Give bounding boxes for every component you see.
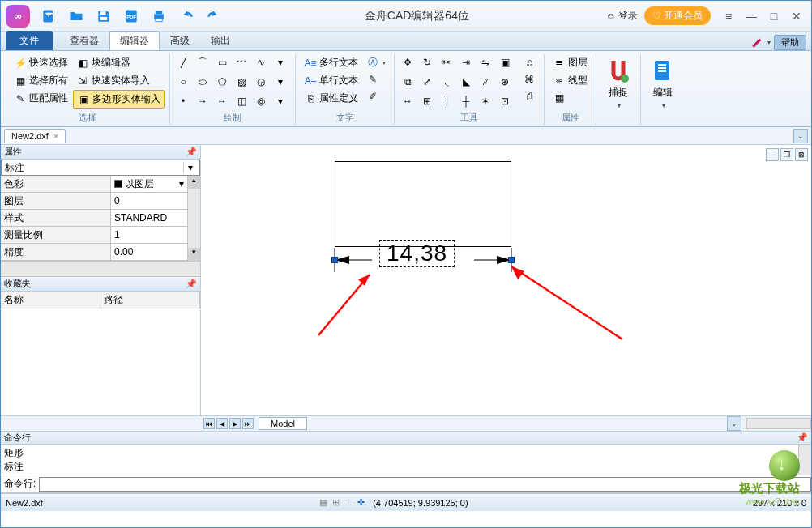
move-icon[interactable]: ✥ <box>400 54 416 70</box>
mirror-icon[interactable]: ⇋ <box>477 54 494 70</box>
model-dropdown-button[interactable]: ⌄ <box>727 416 741 431</box>
edit-button[interactable]: 编辑▾ <box>646 54 680 111</box>
tool-extra1-button[interactable]: ⎌ <box>519 54 539 70</box>
open-file-button[interactable] <box>65 5 88 28</box>
offset-icon[interactable]: ⫽ <box>477 74 494 90</box>
pdf-button[interactable]: PDF <box>120 5 143 28</box>
text-extra3-button[interactable]: ✐ <box>363 88 389 104</box>
pin-icon[interactable]: 📌 <box>186 279 197 289</box>
break-icon[interactable]: ┊ <box>438 93 455 109</box>
point-icon[interactable]: • <box>175 93 191 109</box>
array-icon[interactable]: ⊞ <box>419 93 435 109</box>
trim-icon[interactable]: ✂ <box>438 54 455 70</box>
insert-icon[interactable]: ⊕ <box>497 74 513 90</box>
model-prev-icon[interactable]: ◀ <box>216 418 228 429</box>
command-input[interactable] <box>39 477 811 492</box>
pin-icon[interactable]: 📌 <box>797 432 808 443</box>
save-button[interactable] <box>92 5 115 28</box>
quick-import-button[interactable]: ⇲快速实体导入 <box>73 72 165 89</box>
drawing-canvas[interactable]: — ❐ ⊠ 14,38 <box>201 145 811 415</box>
explode-icon[interactable]: ✶ <box>477 93 494 109</box>
tab-output[interactable]: 输出 <box>200 31 241 50</box>
polygon-icon[interactable]: ⬠ <box>214 74 230 90</box>
copy-icon[interactable]: ⧉ <box>400 74 416 90</box>
line-icon[interactable]: ╱ <box>175 54 191 70</box>
undo-button[interactable] <box>175 5 198 28</box>
document-tab[interactable]: New2.dxf × <box>4 129 66 143</box>
props-def-button[interactable]: ⎘属性定义 <box>301 90 361 107</box>
dropdown-draw2-icon[interactable]: ▾ <box>272 74 288 90</box>
match-props-button[interactable]: ✎匹配属性 <box>11 90 71 107</box>
ellipse-icon[interactable]: ⬭ <box>194 74 211 90</box>
prop-row-style[interactable]: 样式STANDARD <box>1 210 187 227</box>
tab-file[interactable]: 文件 <box>6 31 53 50</box>
grip-handle-left[interactable] <box>331 257 338 263</box>
ray-icon[interactable]: → <box>194 93 211 109</box>
prop-row-precision[interactable]: 精度0.00 <box>1 244 187 261</box>
vip-button[interactable]: ♡开通会员 <box>644 6 711 25</box>
join-icon[interactable]: ┼ <box>458 93 474 109</box>
dimension-text[interactable]: 14,38 <box>379 240 455 267</box>
prop-row-scale[interactable]: 测量比例1 <box>1 227 187 244</box>
object-type-select[interactable]: 标注 ▾ <box>1 160 200 176</box>
canvas-restore-icon[interactable]: ❐ <box>780 148 793 161</box>
hatch-icon[interactable]: ▨ <box>233 74 250 90</box>
properties-scrollbar[interactable]: ▴ ▾ <box>187 176 200 261</box>
prop-row-layer[interactable]: 图层0 <box>1 193 187 210</box>
maximize-button[interactable]: □ <box>763 5 785 28</box>
model-first-icon[interactable]: ⏮ <box>203 418 215 429</box>
multiline-text-button[interactable]: A≡多行文本 <box>301 54 361 71</box>
command-log-scrollbar[interactable] <box>798 445 811 475</box>
close-button[interactable]: ✕ <box>785 5 808 28</box>
dropdown-draw3-icon[interactable]: ▾ <box>272 93 288 109</box>
layer-button[interactable]: ≣图层 <box>549 54 591 71</box>
tool-extra3-button[interactable]: ⎙ <box>519 88 539 104</box>
rectangle-shape[interactable] <box>335 161 511 247</box>
close-tab-icon[interactable]: × <box>53 131 58 141</box>
minimize-button[interactable]: — <box>740 5 763 28</box>
tab-editor[interactable]: 编辑器 <box>109 31 160 50</box>
block-icon[interactable]: ▣ <box>497 54 513 70</box>
fav-col-name[interactable]: 名称 <box>1 292 100 309</box>
tool-extra2-button[interactable]: ⌘ <box>519 71 539 87</box>
pen-color-button[interactable]: ▾ <box>749 34 771 50</box>
quick-select-button[interactable]: ⚡快速选择 <box>11 54 71 71</box>
scroll-up-icon[interactable]: ▴ <box>188 176 200 189</box>
fillet-icon[interactable]: ◟ <box>438 74 455 90</box>
prop-row-color[interactable]: 色彩以图层▾ <box>1 176 187 193</box>
scroll-down-icon[interactable]: ▾ <box>188 248 200 261</box>
text-extra1-button[interactable]: Ⓐ▾ <box>363 54 389 70</box>
pin-icon[interactable]: 📌 <box>186 147 197 157</box>
canvas-close-icon[interactable]: ⊠ <box>795 148 808 161</box>
circle-icon[interactable]: ○ <box>175 74 191 90</box>
text-extra2-button[interactable]: ✎ <box>363 71 389 87</box>
dropdown-icon[interactable]: ▾ <box>183 162 196 173</box>
block-editor-button[interactable]: ◧块编辑器 <box>73 54 165 71</box>
doctabs-dropdown-button[interactable]: ⌄ <box>793 129 808 143</box>
rect-icon[interactable]: ▭ <box>214 54 230 70</box>
scale-icon[interactable]: ⤢ <box>419 74 435 90</box>
model-tab[interactable]: Model <box>259 417 307 430</box>
model-last-icon[interactable]: ⏭ <box>242 418 254 429</box>
polyline-icon[interactable]: 〰 <box>233 54 250 70</box>
polygon-input-button[interactable]: ▣多边形实体输入 <box>73 90 165 109</box>
snap-toggle-icon[interactable]: ▦ <box>319 497 327 508</box>
chamfer-icon[interactable]: ◣ <box>458 74 474 90</box>
polar-toggle-icon[interactable]: ✜ <box>357 497 365 508</box>
tab-advanced[interactable]: 高级 <box>160 31 200 50</box>
misc-draw-icon[interactable]: ◶ <box>253 74 269 90</box>
tab-viewer[interactable]: 查看器 <box>59 31 109 50</box>
grid-toggle-icon[interactable]: ⊞ <box>332 497 340 508</box>
rotate-icon[interactable]: ↻ <box>419 54 435 70</box>
arc-icon[interactable]: ⌒ <box>194 54 211 70</box>
donut-icon[interactable]: ◎ <box>253 93 269 109</box>
model-hscroll[interactable] <box>746 418 811 429</box>
fav-col-path[interactable]: 路径 <box>100 292 200 309</box>
xline-icon[interactable]: ↔ <box>214 93 230 109</box>
select-all-button[interactable]: ▦选择所有 <box>11 72 71 89</box>
canvas-minimize-icon[interactable]: — <box>766 148 779 161</box>
ortho-toggle-icon[interactable]: ⊥ <box>344 497 353 508</box>
model-next-icon[interactable]: ▶ <box>229 418 241 429</box>
spline-icon[interactable]: ∿ <box>253 54 269 70</box>
linetype-button[interactable]: ≋线型 <box>549 72 591 89</box>
